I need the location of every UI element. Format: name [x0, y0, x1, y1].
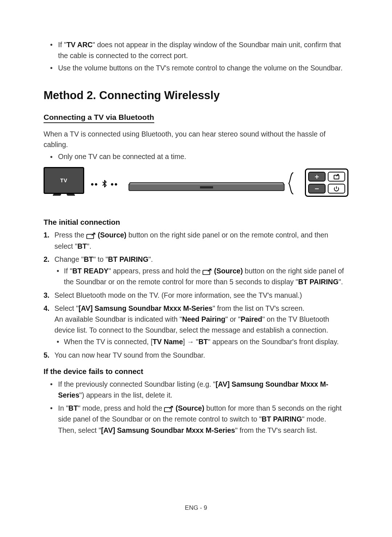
bold-bt-pairing: BT PAIRING [108, 255, 148, 263]
bold-bt: BT [84, 255, 93, 263]
bold-bt-pairing: BT PAIRING [262, 415, 302, 423]
source-icon [86, 231, 96, 237]
text-fragment: Change " [54, 255, 84, 263]
bold-bt-ready: BT READY [72, 267, 109, 275]
source-button-icon [328, 172, 345, 182]
step-3: Select Bluetooth mode on the TV. (For mo… [54, 290, 348, 301]
intro-paragraph: When a TV is connected using Bluetooth, … [44, 129, 348, 150]
text-fragment: ". [87, 242, 91, 250]
dot-icon: •• [111, 179, 118, 190]
soundbar-icon [128, 184, 285, 191]
text-fragment: " or " [225, 315, 241, 323]
steps-list: Press the (Source) button on the right s… [44, 229, 348, 360]
step-2-sub: If "BT READY" appears, press and hold th… [64, 265, 348, 287]
step-4-sub: When the TV is connected, [TV Name] → "B… [64, 336, 348, 347]
fail-item-delete: If the previously connected Soundbar lis… [58, 379, 348, 400]
fail-list: If the previously connected Soundbar lis… [44, 379, 348, 436]
top-notes-list: If "TV ARC" does not appear in the displ… [44, 39, 348, 74]
bold-source: (Source) [96, 231, 127, 239]
step-4: Select "[AV] Samsung Soundbar Mxxx M-Ser… [54, 303, 348, 347]
bold-need-pairing: Need Pairing [182, 315, 225, 323]
note-tv-arc: If "TV ARC" does not appear in the displ… [58, 39, 348, 61]
dot-icon: •• [91, 179, 98, 190]
text-fragment: If " [64, 267, 72, 275]
heading-fails-to-connect: If the device fails to connect [44, 367, 348, 376]
bold-bt: BT [69, 404, 78, 412]
bold-tv-name: TV Name [153, 338, 183, 346]
heading-connecting-bluetooth: Connecting a TV via Bluetooth [44, 113, 154, 123]
text-fragment: " mode, press and hold the [78, 404, 164, 412]
text-fragment: Then, select " [58, 426, 101, 434]
page-footer: ENG - 9 [0, 504, 392, 512]
text-fragment: " appears on the Soundbar's front displa… [208, 338, 339, 346]
heading-initial-connection: The initial connection [44, 218, 348, 227]
svg-rect-2 [334, 175, 339, 179]
text-fragment: " appears, press and hold the [109, 267, 203, 275]
text-fragment: In " [58, 404, 69, 412]
heading-method-2: Method 2. Connecting Wirelessly [44, 89, 348, 102]
intro-bullets: Only one TV can be connected at a time. [44, 151, 348, 162]
text-fragment: " mode. [302, 415, 326, 423]
note-one-tv: Only one TV can be connected at a time. [58, 151, 348, 162]
tv-stand-icon [54, 192, 74, 196]
tv-icon: TV [44, 167, 84, 194]
bluetooth-signal-icon: •• •• [91, 179, 118, 190]
bold-paired: Paired [241, 315, 262, 323]
side-controls-icon [305, 168, 348, 197]
step-1: Press the (Source) button on the right s… [54, 229, 348, 251]
source-icon [164, 404, 173, 411]
bold-bt: BT [77, 242, 87, 250]
text-fragment: " does not appear in the display window … [58, 41, 341, 60]
step-5: You can now hear TV sound from the Sound… [54, 350, 348, 361]
text-fragment: " from the TV's search list. [235, 426, 317, 434]
power-button-icon [328, 184, 345, 194]
text-fragment: When the TV is connected, [ [64, 338, 153, 346]
connection-diagram: TV •• •• [44, 167, 348, 203]
bold-bt-pairing: BT PAIRING [298, 278, 338, 286]
fail-item-retry: In "BT" mode, press and hold the (Source… [58, 403, 348, 436]
text-fragment: Select " [54, 304, 79, 312]
bold-bt: BT [199, 338, 208, 346]
minus-button-icon [308, 184, 326, 194]
tv-label: TV [60, 178, 68, 183]
text-fragment: If " [58, 41, 66, 49]
bold-av-soundbar: [AV] Samsung Soundbar Mxxx M-Series [101, 426, 235, 434]
source-icon [203, 267, 212, 273]
bold-tv-arc: TV ARC [66, 41, 93, 49]
text-fragment: Press the [54, 231, 86, 239]
text-fragment: ". [339, 278, 343, 286]
bracket-icon [288, 172, 294, 195]
text-fragment: " from the list on TV's screen. [213, 304, 305, 312]
note-volume: Use the volume buttons on the TV's remot… [58, 62, 348, 73]
text-fragment: ") appears in the list, delete it. [79, 391, 172, 399]
text-fragment: " to " [93, 255, 108, 263]
page-content: If "TV ARC" does not appear in the displ… [0, 0, 392, 436]
bluetooth-icon [101, 180, 109, 189]
text-fragment: ". [148, 255, 153, 263]
bold-source: (Source) [173, 404, 204, 412]
text-fragment: If the previously connected Soundbar lis… [58, 380, 216, 388]
plus-button-icon [308, 172, 326, 182]
step-2: Change "BT" to "BT PAIRING". If "BT READ… [54, 254, 348, 288]
bold-av-soundbar: [AV] Samsung Soundbar Mxxx M-Series [79, 304, 213, 312]
text-fragment: ] → " [183, 338, 199, 346]
text-fragment: An available Soundbar is indicated with … [54, 315, 182, 323]
bold-source: (Source) [212, 267, 243, 275]
